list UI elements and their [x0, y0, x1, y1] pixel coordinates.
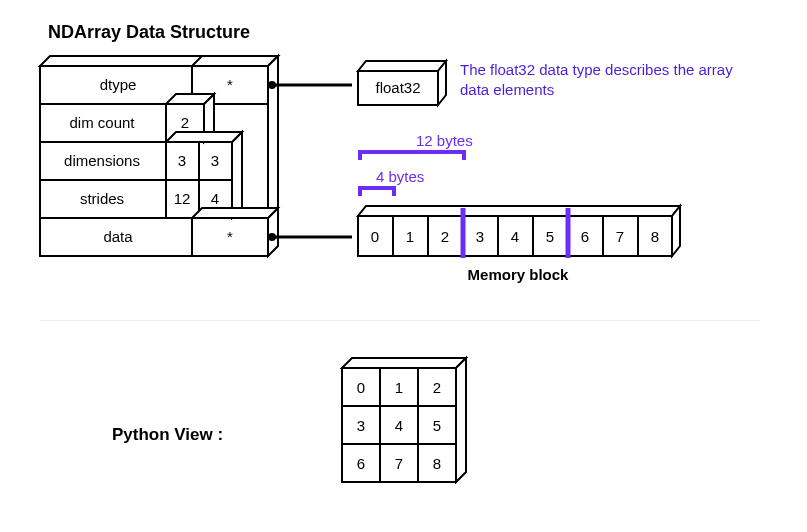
memory-block-label: Memory block	[468, 266, 570, 283]
row-val-dimcount: 2	[181, 114, 189, 131]
svg-marker-27	[672, 206, 680, 256]
row-val-dtype: *	[227, 76, 233, 93]
row-val-dim0: 3	[178, 152, 186, 169]
bracket-4-label: 4 bytes	[376, 168, 424, 185]
svg-marker-20	[192, 208, 278, 218]
svg-marker-18	[166, 132, 242, 142]
row-val-data: *	[227, 228, 233, 245]
svg-marker-1	[192, 56, 278, 66]
row-label-dimcount: dim count	[69, 114, 135, 131]
mem-0: 0	[371, 228, 379, 245]
divider	[40, 320, 760, 321]
row-label-data: data	[103, 228, 133, 245]
mem-3: 3	[476, 228, 484, 245]
mem-2: 2	[441, 228, 449, 245]
row-label-strides: strides	[80, 190, 124, 207]
memory-block: 12 bytes 4 bytes 0 1 2 3 4 5 6 7 8 Memor…	[348, 130, 708, 290]
row-val-stride0: 12	[174, 190, 191, 207]
python-view-label: Python View :	[112, 425, 223, 445]
mem-8: 8	[651, 228, 659, 245]
row-val-dim1: 3	[211, 152, 219, 169]
dtype-box: float32	[352, 55, 452, 111]
pv-20: 6	[357, 455, 365, 472]
bracket-12-label: 12 bytes	[416, 132, 473, 149]
pv-11: 4	[395, 417, 403, 434]
dtype-desc: The float32 data type describes the arra…	[460, 60, 740, 101]
pv-22: 8	[433, 455, 441, 472]
svg-marker-40	[456, 358, 466, 482]
svg-marker-16	[166, 94, 214, 104]
diagram-title: NDArray Data Structure	[48, 22, 250, 43]
svg-marker-22	[358, 61, 446, 71]
pv-00: 0	[357, 379, 365, 396]
data-pointer-line	[270, 210, 360, 270]
pv-12: 5	[433, 417, 441, 434]
mem-7: 7	[616, 228, 624, 245]
pv-10: 3	[357, 417, 365, 434]
dtype-box-label: float32	[375, 79, 420, 96]
row-val-stride1: 4	[211, 190, 219, 207]
pv-02: 2	[433, 379, 441, 396]
row-label-dtype: dtype	[100, 76, 137, 93]
mem-5: 5	[546, 228, 554, 245]
mem-6: 6	[581, 228, 589, 245]
pv-01: 1	[395, 379, 403, 396]
ndarray-struct: dtype * dim count 2 dimensions 3 3 strid…	[30, 48, 290, 273]
mem-4: 4	[511, 228, 519, 245]
svg-marker-17	[232, 132, 242, 218]
row-label-dimensions: dimensions	[64, 152, 140, 169]
pv-21: 7	[395, 455, 403, 472]
mem-1: 1	[406, 228, 414, 245]
dtype-pointer-line	[270, 70, 360, 110]
svg-marker-26	[358, 206, 680, 216]
python-view-grid: 0 1 2 3 4 5 6 7 8	[332, 350, 492, 510]
svg-marker-39	[342, 358, 466, 368]
